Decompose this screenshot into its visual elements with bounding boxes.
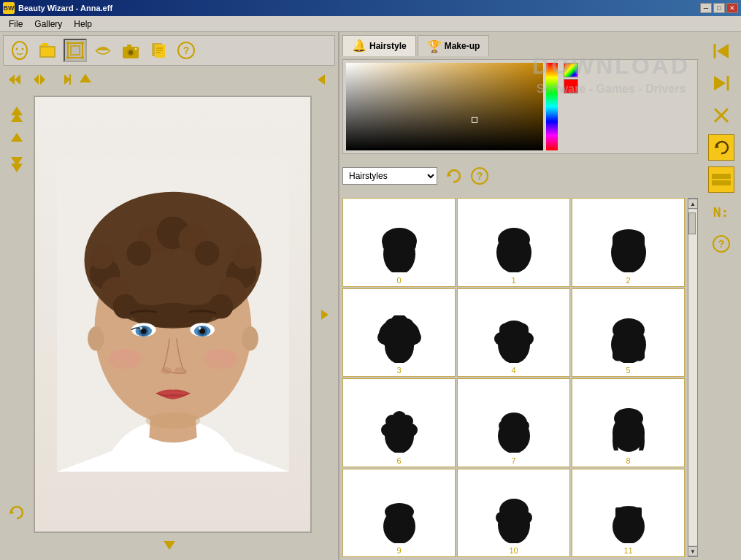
hair-image-11 (603, 494, 654, 545)
hair-label-3: 3 (396, 366, 401, 375)
svg-rect-136 (712, 180, 731, 185)
svg-rect-4 (41, 47, 54, 56)
hairstyle-back-button[interactable] (443, 166, 464, 186)
svg-rect-6 (71, 46, 80, 55)
svg-point-109 (392, 411, 407, 426)
tab-makeup[interactable]: 🏆 Make-up (418, 35, 490, 56)
color-rainbow-swatch[interactable] (564, 63, 578, 77)
photo-canvas[interactable] (34, 96, 312, 533)
hair-cell-9[interactable]: 9 (342, 469, 456, 558)
hair-cell-1[interactable]: 1 (457, 198, 570, 287)
svg-point-100 (499, 323, 511, 335)
nav-right-arrow[interactable] (315, 72, 331, 90)
hair-label-10: 10 (509, 546, 518, 555)
svg-point-40 (242, 326, 258, 350)
adjust-down-button[interactable] (5, 154, 28, 180)
nav-down-bottom[interactable] (161, 539, 177, 554)
hair-cell-10[interactable]: 10 (457, 469, 570, 558)
menu-gallery[interactable]: Gallery (28, 18, 68, 31)
color-gradient-picker[interactable] (346, 63, 543, 150)
color-hue-bar[interactable] (546, 63, 558, 150)
menu-file[interactable]: File (3, 18, 28, 31)
svg-marker-30 (318, 74, 325, 85)
grid-scrollbar[interactable]: ▲ ▼ (688, 198, 698, 557)
hairstyle-grid-container: 0 1 2 (342, 198, 698, 557)
camera-tool-button[interactable] (119, 39, 142, 62)
help-tool-button[interactable]: ? (174, 39, 198, 62)
hair-image-5 (603, 313, 654, 364)
scroll-thumb[interactable] (688, 212, 696, 234)
hairstyle-help-button[interactable]: ? (469, 166, 490, 186)
hair-cell-6[interactable]: 6 (342, 378, 456, 467)
hair-cell-5[interactable]: 5 (572, 288, 685, 377)
svg-marker-27 (64, 74, 70, 85)
open-tool-button[interactable] (36, 39, 59, 62)
svg-rect-17 (155, 45, 165, 58)
hairstyle-dropdown[interactable]: Hairstyles Short Medium Long Curly Strai… (342, 167, 437, 185)
rside-skip-start[interactable] (708, 38, 734, 64)
menu-help[interactable]: Help (68, 18, 98, 31)
hair-cell-7[interactable]: 7 (457, 378, 570, 467)
rside-skip-end[interactable] (708, 70, 734, 96)
svg-point-13 (128, 50, 133, 55)
svg-point-112 (499, 421, 509, 431)
hair-cell-4[interactable]: 4 (457, 288, 570, 377)
svg-point-113 (519, 421, 529, 431)
nav-up[interactable] (77, 72, 93, 90)
svg-point-15 (135, 48, 137, 50)
nav-controls (3, 69, 335, 93)
nav-prev-next[interactable] (29, 72, 50, 90)
tab-hairstyle[interactable]: 🔔 Hairstyle (342, 35, 416, 56)
toolbar: ? (3, 35, 335, 66)
adjust-up-button[interactable] (5, 101, 28, 128)
hair-image-9 (374, 494, 425, 545)
rside-close[interactable] (708, 102, 734, 129)
app-icon: BW (3, 2, 15, 14)
hair-label-6: 6 (396, 456, 401, 465)
svg-point-65 (198, 326, 201, 329)
hair-cell-8[interactable]: 8 (572, 378, 685, 467)
nav-skip-start[interactable] (7, 72, 23, 90)
svg-point-103 (613, 318, 645, 342)
svg-point-54 (126, 241, 151, 266)
frame-tool-button[interactable] (64, 39, 87, 62)
hair-cell-11[interactable]: 11 (572, 469, 685, 558)
hair-label-7: 7 (511, 456, 515, 465)
hair-label-1: 1 (511, 276, 515, 285)
makeup-tab-label: Make-up (445, 41, 480, 51)
mask-tool-button[interactable] (91, 39, 115, 62)
rotate-button[interactable] (5, 501, 28, 527)
svg-point-67 (174, 367, 185, 373)
adjust-mid-button[interactable] (5, 128, 28, 154)
right-side-panel: N: ? (701, 32, 741, 560)
hair-cell-3[interactable]: 3 (342, 288, 456, 377)
photo-right-arrow[interactable] (318, 96, 332, 533)
close-button[interactable]: ✕ (726, 3, 738, 13)
svg-marker-29 (80, 74, 91, 83)
rside-undo[interactable] (708, 134, 734, 161)
nav-skip-end[interactable] (55, 72, 72, 90)
maximize-button[interactable]: □ (713, 3, 725, 13)
hair-cell-0[interactable]: 0 (342, 198, 456, 287)
svg-marker-72 (164, 541, 175, 550)
rside-help[interactable]: ? (708, 231, 734, 257)
rside-layer[interactable] (708, 166, 734, 193)
right-panel: 🔔 Hairstyle 🏆 Make-up (339, 32, 701, 560)
svg-rect-5 (68, 43, 82, 58)
svg-marker-131 (714, 76, 726, 91)
minimize-button[interactable]: ─ (700, 3, 712, 13)
svg-point-82 (404, 239, 416, 251)
scroll-up-arrow[interactable]: ▲ (688, 199, 698, 209)
hair-label-11: 11 (623, 546, 632, 555)
svg-point-50 (232, 244, 257, 269)
hair-cell-2[interactable]: 2 (572, 198, 685, 287)
svg-marker-33 (11, 133, 23, 142)
hair-image-0 (374, 223, 425, 275)
photo-area (3, 93, 335, 536)
tabs-container: 🔔 Hairstyle 🏆 Make-up (342, 35, 698, 56)
scroll-down-arrow[interactable]: ▼ (688, 546, 698, 556)
pages-tool-button[interactable] (147, 39, 170, 62)
face-tool-button[interactable] (8, 39, 31, 62)
color-red-swatch[interactable] (564, 79, 578, 93)
rside-n-colon[interactable]: N: (708, 199, 734, 225)
